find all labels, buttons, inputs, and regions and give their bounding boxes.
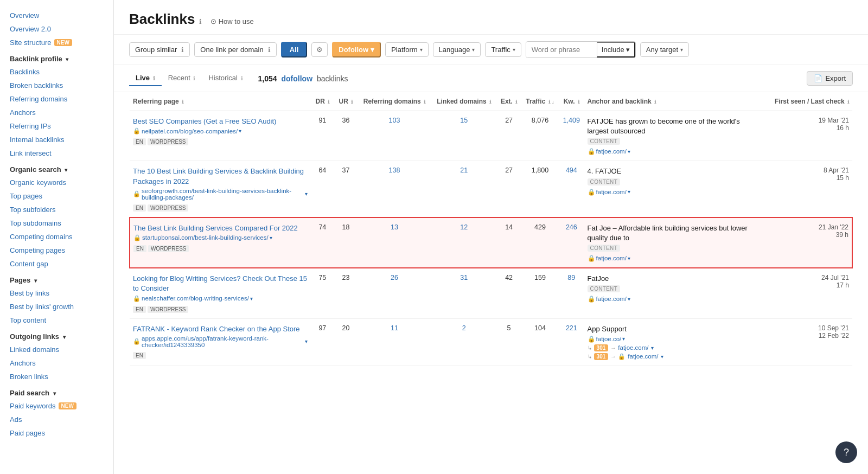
sidebar-item-broken-links[interactable]: Broken links: [0, 370, 113, 383]
sidebar-section-backlink-profile[interactable]: Backlink profile ▾: [0, 49, 113, 65]
info-icon: ℹ: [181, 46, 184, 54]
ld-value[interactable]: 15: [460, 117, 468, 124]
sidebar-item-content-gap[interactable]: Content gap: [0, 257, 113, 271]
sidebar-item-linked-domains[interactable]: Linked domains: [0, 343, 113, 356]
tab-live[interactable]: Live ℹ: [129, 71, 162, 86]
col-header-ext: Ext. ℹ: [496, 92, 521, 111]
col-header-traffic[interactable]: Traffic ℹ ↓: [521, 92, 559, 111]
ld-value[interactable]: 12: [460, 223, 468, 231]
sidebar-item-overview2[interactable]: Overview 2.0: [0, 22, 113, 36]
rd-value[interactable]: 11: [391, 324, 398, 332]
chevron-down-icon[interactable]: ▾: [270, 235, 272, 241]
sidebar-item-top-pages[interactable]: Top pages: [0, 189, 113, 203]
kw-value[interactable]: 494: [566, 166, 577, 174]
sidebar-item-referring-ips[interactable]: Referring IPs: [0, 119, 113, 133]
sidebar-section-pages[interactable]: Pages ▾: [0, 271, 113, 286]
sidebar-section-paid-search[interactable]: Paid search ▾: [0, 383, 113, 399]
chevron-down-icon[interactable]: ▾: [628, 149, 630, 155]
ext-value: 27: [505, 166, 513, 174]
rd-value[interactable]: 13: [391, 223, 398, 231]
export-button[interactable]: 📄 Export: [807, 71, 853, 86]
chevron-down-icon[interactable]: ▾: [628, 296, 630, 302]
traffic-value: 429: [534, 223, 546, 231]
any-target-button[interactable]: Any target ▾: [640, 42, 689, 57]
chevron-down-icon[interactable]: ▾: [305, 338, 308, 344]
question-circle-icon: ⊙: [210, 17, 216, 25]
chevron-down-icon[interactable]: ▾: [305, 191, 308, 197]
tab-historical[interactable]: Historical ℹ: [202, 71, 249, 86]
kw-value[interactable]: 246: [566, 223, 577, 231]
rd-value[interactable]: 138: [389, 166, 400, 174]
referring-page-title[interactable]: Looking for Blog Writing Services? Check…: [133, 274, 308, 293]
sidebar-item-top-subfolders[interactable]: Top subfolders: [0, 203, 113, 216]
page-url: 🔒seoforgrowth.com/best-link-building-ser…: [133, 188, 308, 201]
ld-value[interactable]: 31: [460, 274, 468, 281]
referring-page-title[interactable]: The 10 Best Link Building Services & Bac…: [133, 166, 308, 186]
anchor-text: 4. FATJOE: [588, 166, 762, 176]
sidebar-item-top-content[interactable]: Top content: [0, 313, 113, 327]
sidebar-item-internal-backlinks[interactable]: Internal backlinks: [0, 133, 113, 146]
sidebar-item-best-by-links-growth[interactable]: Best by links' growth: [0, 300, 113, 313]
chevron-down-icon[interactable]: ▾: [651, 345, 654, 351]
sidebar-item-overview[interactable]: Overview: [0, 9, 113, 22]
word-phrase-input[interactable]: [526, 42, 597, 57]
language-button[interactable]: Language ▾: [433, 42, 481, 57]
sidebar-section-organic-search[interactable]: Organic search ▾: [0, 160, 113, 176]
platform-button[interactable]: Platform ▾: [385, 42, 428, 57]
anchor-url: 🔒fatjoe.com/▾: [588, 188, 762, 196]
referring-page-title[interactable]: Best SEO Companies (Get a Free SEO Audit…: [133, 117, 308, 126]
sidebar-item-ads[interactable]: Ads: [0, 413, 113, 426]
chevron-down-icon[interactable]: ▾: [622, 336, 625, 342]
main-content: Backlinks ℹ ⊙ How to use Group similar ℹ…: [114, 0, 868, 474]
chevron-down-icon[interactable]: ▾: [628, 255, 630, 261]
rd-value[interactable]: 26: [391, 274, 398, 281]
referring-page-title[interactable]: FATRANK - Keyword Rank Checker on the Ap…: [133, 324, 308, 334]
chevron-down-icon[interactable]: ▾: [250, 296, 253, 302]
sidebar-item-backlinks[interactable]: Backlinks: [0, 65, 113, 79]
sidebar-item-paid-pages[interactable]: Paid pages: [0, 426, 113, 440]
sidebar-item-referring-domains[interactable]: Referring domains: [0, 92, 113, 106]
sidebar-item-anchors[interactable]: Anchors: [0, 106, 113, 119]
kw-value[interactable]: 1,409: [563, 117, 580, 124]
traffic-button[interactable]: Traffic ▾: [485, 42, 521, 57]
arrow-icon: →: [610, 354, 616, 360]
chevron-down-icon[interactable]: ▾: [661, 354, 663, 360]
sidebar-item-competing-pages[interactable]: Competing pages: [0, 244, 113, 257]
all-button[interactable]: All: [281, 42, 308, 57]
group-similar-button[interactable]: Group similar ℹ: [129, 42, 190, 57]
help-button[interactable]: ?: [835, 441, 857, 463]
anchor-url: 🔒fatjoe.co/▾: [588, 335, 762, 343]
sidebar-item-anchors-outgoing[interactable]: Anchors: [0, 356, 113, 370]
how-to-use-link[interactable]: ⊙ How to use: [210, 17, 254, 25]
ld-value[interactable]: 21: [460, 166, 468, 174]
redirect-row: ↳ 301 → fatjoe.com/ ▾: [588, 344, 762, 351]
include-button[interactable]: Include ▾: [597, 42, 635, 57]
sidebar-item-link-intersect[interactable]: Link intersect: [0, 146, 113, 160]
chevron-down-icon[interactable]: ▾: [239, 128, 241, 134]
one-link-per-domain-button[interactable]: One link per domain ℹ: [194, 42, 276, 57]
redirect-url-2[interactable]: fatjoe.com/: [628, 353, 658, 360]
sidebar-item-best-by-links[interactable]: Best by links: [0, 286, 113, 300]
content-badge: CONTENT: [588, 245, 620, 252]
redirect-url[interactable]: fatjoe.com/: [618, 344, 648, 351]
sidebar-section-outgoing-links[interactable]: Outgoing links ▾: [0, 327, 113, 343]
ld-value[interactable]: 2: [462, 324, 466, 332]
chevron-down-icon: ▾: [626, 46, 630, 54]
chevron-down-icon[interactable]: ▾: [628, 189, 630, 195]
rd-value[interactable]: 103: [389, 117, 400, 124]
sidebar-item-organic-keywords[interactable]: Organic keywords: [0, 176, 113, 189]
referring-page-title[interactable]: The Best Link Building Services Compared…: [133, 223, 308, 233]
kw-value[interactable]: 89: [567, 274, 575, 281]
sidebar-item-site-structure[interactable]: Site structure NEW: [0, 36, 113, 49]
settings-button[interactable]: ⚙: [311, 42, 328, 57]
sidebar-item-competing-domains[interactable]: Competing domains: [0, 230, 113, 244]
redirect-arrow-icon: ↳: [588, 354, 592, 360]
sidebar-item-broken-backlinks[interactable]: Broken backlinks: [0, 79, 113, 92]
tab-recent[interactable]: Recent ℹ: [162, 71, 202, 86]
page-url: 🔒neilpatel.com/blog/seo-companies/▾: [133, 127, 308, 134]
kw-value[interactable]: 221: [566, 324, 577, 332]
sidebar-item-top-subdomains[interactable]: Top subdomains: [0, 216, 113, 230]
ur-value: 23: [342, 274, 349, 281]
dofollow-button[interactable]: Dofollow ▾: [332, 42, 381, 57]
sidebar-item-paid-keywords[interactable]: Paid keywords NEW: [0, 399, 113, 413]
